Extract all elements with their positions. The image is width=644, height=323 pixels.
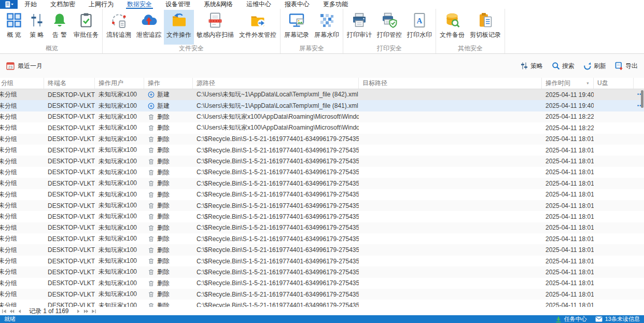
menu-tab-3[interactable]: 数据安全 <box>120 0 159 9</box>
ribbon-button-1-4[interactable]: 文件外发管控 <box>236 10 279 45</box>
ribbon-button-1-1[interactable]: 泄密追踪 <box>134 10 164 45</box>
table-row[interactable]: 未分组DESKTOP-VLKTLE1未知玩家x100删除C:\$Recycle.… <box>0 167 644 178</box>
menu-tab-2[interactable]: 上网行为 <box>82 0 120 9</box>
clipboard-check-icon <box>78 12 94 29</box>
task-center-label: 任务中心 <box>564 315 587 323</box>
date-filter[interactable]: 23 最近一月 <box>6 62 43 71</box>
ribbon-button-0-2[interactable]: 告 警 <box>48 10 71 45</box>
trash-icon <box>148 124 155 131</box>
column-header-6[interactable]: 操作时间▼ <box>542 78 594 89</box>
printer-icon <box>351 12 368 29</box>
table-row[interactable]: 未分组DESKTOP-VLKTLE1未知玩家x100删除C:\$Recycle.… <box>0 233 644 244</box>
table-row[interactable]: 未分组DESKTOP-VLKTLE1未知玩家x100删除C:\$Recycle.… <box>0 222 644 233</box>
cell-terminal: DESKTOP-VLKTLE1 <box>44 111 95 122</box>
toolbar-action-2[interactable]: 刷新 <box>583 62 606 71</box>
column-header-3[interactable]: 操作 <box>144 78 193 89</box>
toolbar-action-label: 刷新 <box>594 62 606 71</box>
cell-op: 删除 <box>144 300 193 307</box>
table-row[interactable]: 未分组DESKTOP-VLKTLE1未知玩家x100删除C:\$Recycle.… <box>0 266 644 277</box>
menu-tab-8[interactable]: 更多功能 <box>316 0 355 9</box>
column-header-5[interactable]: 目标路径 <box>359 78 542 89</box>
table-row[interactable]: 未分组DESKTOP-VLKTLE1未知玩家x100删除C:\$Recycle.… <box>0 145 644 156</box>
table-row[interactable]: 未分组DESKTOP-VLKTLE1未知玩家x100删除C:\$Recycle.… <box>0 178 644 189</box>
table-row[interactable]: 未分组DESKTOP-VLKTLE1未知玩家x100删除C:\$Recycle.… <box>0 134 644 145</box>
cell-usb <box>594 211 634 222</box>
pager-prev-button[interactable] <box>17 309 22 314</box>
pager-fast-prev-button[interactable] <box>9 309 15 314</box>
refresh-icon <box>583 62 592 70</box>
op-label: 删除 <box>157 234 170 243</box>
column-header-label: 操作用户 <box>99 79 123 88</box>
ribbon-button-2-0[interactable]: 屏幕记录 <box>282 10 312 45</box>
pager-fast-next-button[interactable] <box>83 309 89 314</box>
ribbon-button-0-0[interactable]: 概 览 <box>3 10 25 45</box>
table-row[interactable]: 未分组DESKTOP-VLKTLE1未知玩家x100删除C:\$Recycle.… <box>0 200 644 211</box>
cell-source: C:\Users\未知玩家x100\AppData\Roaming\Micros… <box>193 122 359 133</box>
cell-source: C:\$Recycle.Bin\S-1-5-21-1619774401-6349… <box>193 156 359 166</box>
ribbon-button-label: 文件备份 <box>440 31 465 39</box>
ribbon-button-0-1[interactable]: 策 略 <box>25 10 48 45</box>
pager-next-button[interactable] <box>76 309 81 314</box>
cell-group: 未分组 <box>0 244 44 255</box>
ribbon-button-3-0[interactable]: 打印审计 <box>344 10 374 45</box>
toolbar-action-3[interactable]: 导出 <box>615 62 638 71</box>
table-row[interactable]: 未分组DESKTOP-VLKTLE1未知玩家x100新建C:\Users\未知玩… <box>0 100 644 111</box>
cell-terminal: DESKTOP-VLKTLE1 <box>44 200 95 211</box>
cell-source: C:\$Recycle.Bin\S-1-5-21-1619774401-6349… <box>193 145 359 156</box>
task-center-button[interactable]: 任务中心 <box>555 315 587 323</box>
column-header-4[interactable]: 源路径 <box>193 78 359 89</box>
ribbon-button-4-1[interactable]: 剪切板记录 <box>467 10 503 45</box>
ribbon-button-1-0[interactable]: 流转追溯 <box>104 10 134 45</box>
sort-indicator-icon[interactable]: ▼ <box>586 81 591 85</box>
table-row[interactable]: 未分组DESKTOP-VLKTLE1未知玩家x100删除C:\$Recycle.… <box>0 300 644 307</box>
table-row[interactable]: 未分组DESKTOP-VLKTLE1未知玩家x100删除C:\$Recycle.… <box>0 289 644 300</box>
table-row[interactable]: 未分组DESKTOP-VLKTLE1未知玩家x100删除C:\$Recycle.… <box>0 278 644 289</box>
column-header-2[interactable]: 操作用户 <box>95 78 144 89</box>
menu-tab-1[interactable]: 文档加密 <box>44 0 82 9</box>
menu-tab-4[interactable]: 设备管理 <box>159 0 197 9</box>
cell-op: 新建 <box>144 100 193 111</box>
toolbar-action-0[interactable]: 策略 <box>520 62 543 71</box>
table-row[interactable]: 未分组DESKTOP-VLKTLE1未知玩家x100新建C:\Users\未知玩… <box>0 89 644 100</box>
cell-group: 未分组 <box>0 289 44 300</box>
table-row[interactable]: 未分组DESKTOP-VLKTLE1未知玩家x100删除C:\$Recycle.… <box>0 256 644 266</box>
column-header-0[interactable]: 分组 <box>0 78 44 89</box>
table-row[interactable]: 未分组DESKTOP-VLKTLE1未知玩家x100删除C:\$Recycle.… <box>0 156 644 166</box>
op-label: 删除 <box>157 190 170 199</box>
cell-usb <box>594 167 634 178</box>
ribbon-button-2-1[interactable]: 屏幕水印 <box>312 10 342 45</box>
table-row[interactable]: 未分组DESKTOP-VLKTLE1未知玩家x100删除C:\$Recycle.… <box>0 244 644 255</box>
menu-tab-6[interactable]: 运维中心 <box>240 0 278 9</box>
app-menu-button[interactable] <box>0 0 18 9</box>
ribbon-button-1-2[interactable]: 文件操作 <box>164 10 194 45</box>
vertical-scrollbar[interactable] <box>641 90 643 108</box>
ribbon-button-1-3[interactable]: 敏感内容扫描 <box>194 10 236 45</box>
table-row[interactable]: 未分组DESKTOP-VLKTLE1未知玩家x100删除C:\$Recycle.… <box>0 189 644 200</box>
column-header-7[interactable]: U盘 <box>594 78 634 89</box>
ribbon-button-3-2[interactable]: A打印水印 <box>404 10 435 45</box>
cell-actions <box>634 200 644 211</box>
unread-messages-button[interactable]: 13条未读信息 <box>595 315 640 323</box>
pager-last-button[interactable] <box>91 309 96 314</box>
menu-tab-5[interactable]: 系统&网络 <box>197 0 240 9</box>
column-header-1[interactable]: 终端名 <box>44 78 95 89</box>
cell-op: 删除 <box>144 244 193 255</box>
menu-tab-0[interactable]: 开始 <box>18 0 44 9</box>
toolbar-action-1[interactable]: 搜索 <box>552 62 575 71</box>
table-row[interactable]: 未分组DESKTOP-VLKTLE1未知玩家x100删除C:\$Recycle.… <box>0 211 644 222</box>
ribbon-button-3-1[interactable]: 打印管控 <box>374 10 404 45</box>
sliders-small-icon <box>520 62 528 70</box>
trash-icon <box>148 147 155 153</box>
cell-target <box>359 244 542 255</box>
ribbon-button-4-0[interactable]: 文件备份 <box>437 10 467 45</box>
pager-first-button[interactable] <box>2 309 7 314</box>
table-row[interactable]: 未分组DESKTOP-VLKTLE1未知玩家x100删除C:\Users\未知玩… <box>0 122 644 133</box>
cell-target <box>359 233 542 244</box>
ribbon-button-0-3[interactable]: 审批任务 <box>71 10 101 45</box>
menu-tab-7[interactable]: 报表中心 <box>278 0 316 9</box>
cell-terminal: DESKTOP-VLKTLE1 <box>44 134 95 145</box>
table-row[interactable]: 未分组DESKTOP-VLKTLE1未知玩家x100删除C:\Users\未知玩… <box>0 111 644 122</box>
op-label: 删除 <box>157 301 170 307</box>
toolbar-actions: 策略搜索刷新导出 <box>520 62 638 71</box>
cell-source: C:\$Recycle.Bin\S-1-5-21-1619774401-6349… <box>193 134 359 145</box>
